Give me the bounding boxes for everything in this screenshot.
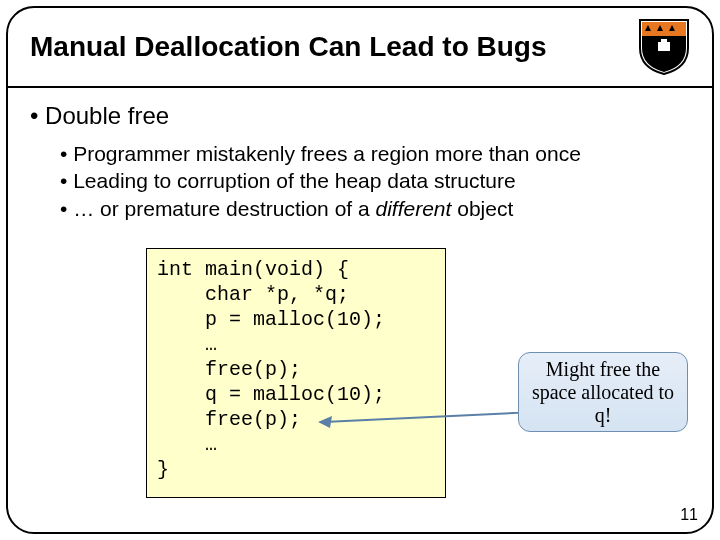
bullet-sub-2-italic: different — [376, 197, 452, 220]
bullet-sub-2-lead: … or premature destruction of a — [73, 197, 375, 220]
slide-number: 11 — [680, 506, 698, 524]
bullet-sub-1: Leading to corruption of the heap data s… — [60, 167, 690, 194]
bullet-sub-0: Programmer mistakenly frees a region mor… — [60, 140, 690, 167]
callout-text: Might free the space allocated to q! — [527, 358, 679, 427]
slide-title: Manual Deallocation Can Lead to Bugs — [30, 31, 547, 63]
bullet-sub-2: … or premature destruction of a differen… — [60, 195, 690, 222]
bullet-main: Double free — [30, 102, 690, 130]
title-bar: Manual Deallocation Can Lead to Bugs — [8, 8, 712, 88]
slide-frame: Manual Deallocation Can Lead to Bugs Dou… — [6, 6, 714, 534]
callout-bubble: Might free the space allocated to q! — [518, 352, 688, 432]
code-block: int main(void) { char *p, *q; p = malloc… — [146, 248, 446, 498]
princeton-shield-icon — [638, 18, 690, 76]
svg-rect-1 — [661, 39, 667, 44]
bullet-sub-2-tail: object — [451, 197, 513, 220]
content-area: Double free Programmer mistakenly frees … — [8, 88, 712, 222]
